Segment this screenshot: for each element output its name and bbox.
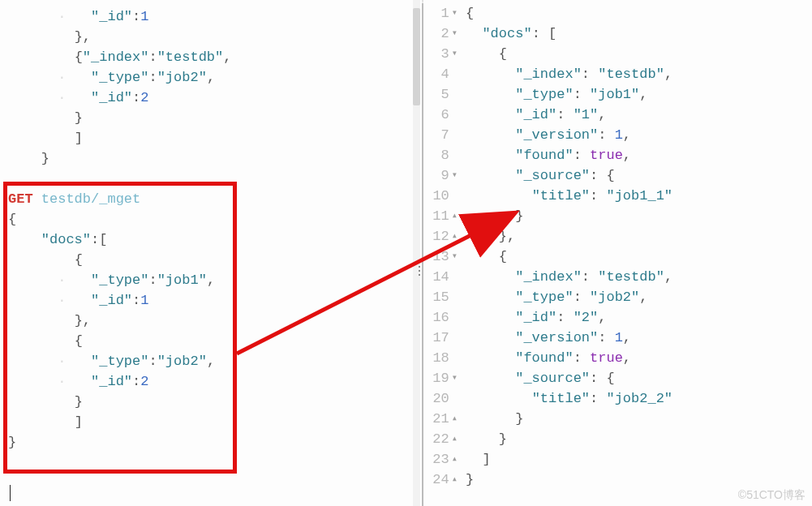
code-line[interactable]: "found": true,	[466, 145, 812, 165]
line-number: 1▾	[423, 3, 458, 24]
code-line[interactable]: · "_type":"job2",	[8, 67, 422, 88]
code-line[interactable]: · "_type":"job2",	[8, 351, 422, 371]
code-line[interactable]: {	[466, 3, 812, 24]
fold-icon[interactable]	[452, 307, 458, 328]
fold-icon[interactable]	[452, 84, 458, 105]
code-line[interactable]: "docs": [	[466, 24, 812, 44]
code-line[interactable]: ]	[8, 128, 422, 148]
fold-icon[interactable]: ▾	[452, 44, 458, 64]
fold-icon[interactable]	[452, 105, 458, 125]
code-line[interactable]: · "_id":2	[8, 88, 422, 108]
fold-icon[interactable]: ▴	[452, 470, 458, 490]
fold-icon[interactable]: ▾	[452, 165, 458, 186]
split-handle[interactable]	[417, 227, 422, 276]
line-number: 13▾	[423, 247, 458, 267]
fold-icon[interactable]	[452, 287, 458, 307]
fold-icon[interactable]: ▴	[452, 206, 458, 226]
code-line[interactable]: },	[8, 27, 422, 47]
code-line[interactable]: }	[466, 409, 812, 429]
line-number: 16	[423, 307, 458, 328]
fold-icon[interactable]	[452, 348, 458, 368]
code-line[interactable]: {	[466, 44, 812, 64]
line-number: 20	[423, 388, 458, 409]
code-line[interactable]: {	[8, 250, 422, 270]
watermark: ©51CTO博客	[738, 488, 806, 503]
fold-icon[interactable]	[452, 64, 458, 84]
line-number: 8	[423, 145, 458, 165]
code-line[interactable]: }	[8, 392, 422, 412]
line-number: 2▾	[423, 24, 458, 44]
code-line[interactable]: }	[8, 432, 422, 452]
code-line[interactable]: "found": true,	[466, 348, 812, 368]
code-line[interactable]: ]	[466, 449, 812, 470]
code-line[interactable]: "_index": "testdb",	[466, 267, 812, 287]
line-number: 19▾	[423, 368, 458, 388]
request-editor-code[interactable]: · "_id":1 }, {"_index":"testdb", · "_typ…	[8, 3, 422, 452]
line-number: 17	[423, 328, 458, 348]
code-line[interactable]: · "_id":1	[8, 290, 422, 311]
code-line[interactable]: "_index": "testdb",	[466, 64, 812, 84]
code-line[interactable]: · "_id":2	[8, 371, 422, 392]
fold-icon[interactable]: ▴	[452, 226, 458, 247]
code-line[interactable]: "_type": "job2",	[466, 287, 812, 307]
code-line[interactable]: "_source": {	[466, 165, 812, 186]
line-number: 5	[423, 84, 458, 105]
fold-icon[interactable]: ▾	[452, 247, 458, 267]
code-line[interactable]: "_source": {	[466, 368, 812, 388]
fold-icon[interactable]: ▾	[452, 3, 458, 24]
response-viewer-pane: 1▾2▾3▾4 5 6 7 8 9▾10 11▴12▴13▾14 15 16 1…	[423, 0, 812, 506]
fold-icon[interactable]	[452, 125, 458, 145]
code-line[interactable]: "_type": "job1",	[466, 84, 812, 105]
code-line[interactable]: ]	[8, 412, 422, 432]
left-scrollbar-thumb[interactable]	[413, 8, 420, 105]
code-line[interactable]: }	[466, 429, 812, 449]
line-number: 23▴	[423, 449, 458, 470]
code-line[interactable]: },	[466, 226, 812, 247]
fold-icon[interactable]: ▾	[452, 368, 458, 388]
fold-icon[interactable]	[452, 145, 458, 165]
code-line[interactable]: · "_type":"job1",	[8, 270, 422, 290]
fold-icon[interactable]: ▴	[452, 409, 458, 429]
line-number: 3▾	[423, 44, 458, 64]
code-line[interactable]: "title": "job1_1"	[466, 186, 812, 206]
line-number: 12▴	[423, 226, 458, 247]
blank-line[interactable]	[8, 169, 422, 189]
code-line[interactable]: · "_id":1	[8, 6, 422, 27]
fold-icon[interactable]	[452, 267, 458, 287]
line-number: 7	[423, 125, 458, 145]
code-line[interactable]: {	[466, 247, 812, 267]
line-number: 21▴	[423, 409, 458, 429]
line-number: 4	[423, 64, 458, 84]
code-line[interactable]: }	[8, 148, 422, 169]
line-number: 10	[423, 186, 458, 206]
code-line[interactable]: }	[8, 108, 422, 128]
fold-icon[interactable]: ▴	[452, 449, 458, 470]
request-editor-pane[interactable]: · "_id":1 }, {"_index":"testdb", · "_typ…	[0, 0, 422, 506]
line-number: 11▴	[423, 206, 458, 226]
fold-icon[interactable]: ▴	[452, 429, 458, 449]
code-line[interactable]: "_version": 1,	[466, 125, 812, 145]
line-number: 18	[423, 348, 458, 368]
code-line[interactable]: "_version": 1,	[466, 328, 812, 348]
line-number: 22▴	[423, 429, 458, 449]
split-panes: · "_id":1 }, {"_index":"testdb", · "_typ…	[0, 0, 812, 506]
code-line[interactable]: "title": "job2_2"	[466, 388, 812, 409]
code-line[interactable]: {	[8, 331, 422, 351]
response-code[interactable]: { "docs": [ { "_index": "testdb", "_type…	[466, 0, 812, 506]
code-line[interactable]: {"_index":"testdb",	[8, 47, 422, 67]
line-number: 24▴	[423, 470, 458, 490]
fold-icon[interactable]	[452, 328, 458, 348]
fold-icon[interactable]	[452, 388, 458, 409]
line-number: 9▾	[423, 165, 458, 186]
code-line[interactable]: }	[466, 206, 812, 226]
code-line[interactable]: "_id": "1",	[466, 105, 812, 125]
fold-icon[interactable]: ▾	[452, 24, 458, 44]
code-line[interactable]: "docs":[	[8, 229, 422, 250]
fold-icon[interactable]	[452, 186, 458, 206]
code-line[interactable]: },	[8, 311, 422, 331]
code-line[interactable]: "_id": "2",	[466, 307, 812, 328]
code-line[interactable]: {	[8, 209, 422, 229]
line-number: 14	[423, 267, 458, 287]
code-line[interactable]: }	[466, 470, 812, 490]
request-line[interactable]: GET testdb/_mget	[8, 189, 422, 209]
